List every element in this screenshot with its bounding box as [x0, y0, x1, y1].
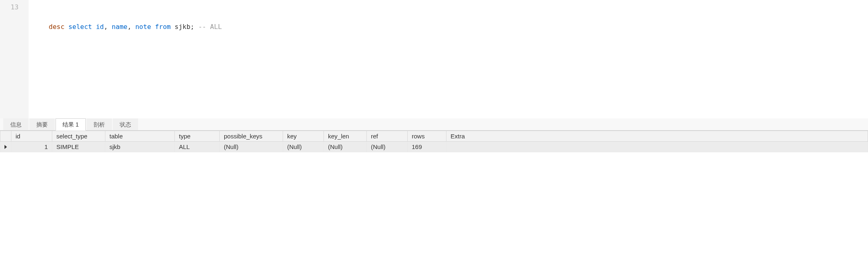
cell-key[interactable]: (Null)	[283, 142, 324, 152]
comma: ,	[104, 23, 108, 31]
header-id[interactable]: id	[11, 131, 52, 142]
table-name: sjkb	[175, 23, 191, 31]
table-row[interactable]: 1 SIMPLE sjkb ALL (Null) (Null) (Null) (…	[0, 142, 868, 152]
tab-status[interactable]: 状态	[113, 118, 138, 130]
column-note: note	[135, 23, 151, 31]
comma: ,	[127, 23, 132, 31]
tab-summary[interactable]: 摘要	[29, 118, 55, 130]
cell-key-len[interactable]: (Null)	[324, 142, 367, 152]
header-rows[interactable]: rows	[408, 131, 446, 142]
results-tabs: 信息 摘要 结果 1 剖析 状态	[0, 118, 868, 131]
row-indicator-cell	[0, 142, 11, 152]
line-number: 13	[11, 2, 18, 12]
code-line: desc select id, name, note from sjkb; --…	[49, 23, 222, 31]
sql-editor[interactable]: 13 desc select id, name, note from sjkb;…	[0, 0, 868, 118]
column-name: name	[112, 23, 127, 31]
cell-ref[interactable]: (Null)	[367, 142, 408, 152]
tab-profile[interactable]: 剖析	[87, 118, 112, 130]
row-number: 1	[11, 142, 52, 152]
cell-rows[interactable]: 169	[408, 142, 446, 152]
keyword-select: select	[68, 23, 92, 31]
semicolon: ;	[190, 23, 194, 31]
row-indicator-icon	[4, 145, 7, 149]
header-ref[interactable]: ref	[367, 131, 408, 142]
keyword-from: from	[155, 23, 171, 31]
header-extra[interactable]: Extra	[446, 131, 868, 142]
header-key-len[interactable]: key_len	[324, 131, 367, 142]
header-select-type[interactable]: select_type	[52, 131, 105, 142]
header-key[interactable]: key	[283, 131, 324, 142]
results-table: id select_type table type possible_keys …	[0, 131, 868, 152]
tab-info[interactable]: 信息	[3, 118, 29, 130]
cell-select-type[interactable]: SIMPLE	[52, 142, 105, 152]
table-header-row: id select_type table type possible_keys …	[0, 131, 868, 142]
cell-table[interactable]: sjkb	[105, 142, 175, 152]
header-type[interactable]: type	[175, 131, 220, 142]
keyword-desc: desc	[49, 23, 65, 31]
sql-comment: -- ALL	[198, 23, 222, 31]
tab-result-1[interactable]: 结果 1	[56, 118, 86, 131]
cell-possible-keys[interactable]: (Null)	[220, 142, 283, 152]
cell-type[interactable]: ALL	[175, 142, 220, 152]
cell-extra[interactable]	[446, 142, 868, 152]
header-table[interactable]: table	[105, 131, 175, 142]
header-possible-keys[interactable]: possible_keys	[220, 131, 283, 142]
column-id: id	[96, 23, 104, 31]
header-corner	[0, 131, 11, 142]
